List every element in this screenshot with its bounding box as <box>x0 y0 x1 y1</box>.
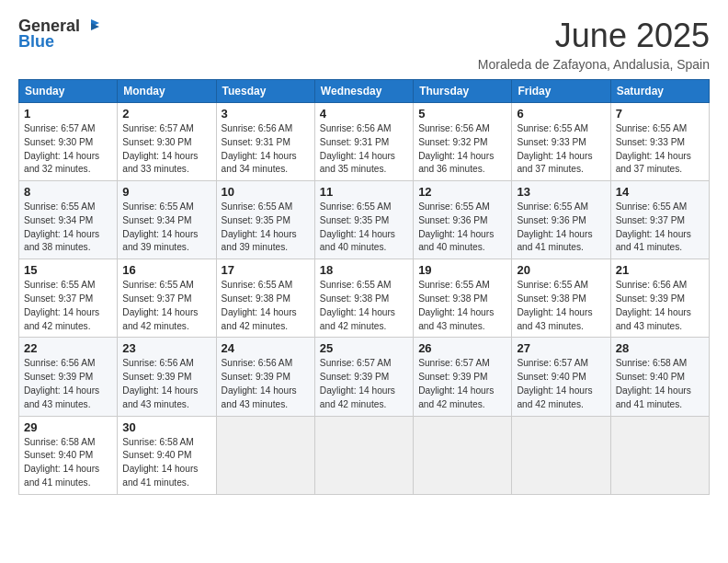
day-number: 7 <box>616 107 704 121</box>
table-row: 5Sunrise: 6:56 AM Sunset: 9:32 PM Daylig… <box>414 103 512 181</box>
day-number: 28 <box>616 341 704 355</box>
col-wednesday: Wednesday <box>314 80 413 103</box>
day-info: Sunrise: 6:56 AM Sunset: 9:39 PM Dayligh… <box>24 357 112 411</box>
day-info: Sunrise: 6:55 AM Sunset: 9:38 PM Dayligh… <box>320 279 408 333</box>
table-row: 26Sunrise: 6:57 AM Sunset: 9:39 PM Dayli… <box>414 338 512 416</box>
day-number: 27 <box>517 341 605 355</box>
day-info: Sunrise: 6:55 AM Sunset: 9:35 PM Dayligh… <box>320 201 408 255</box>
table-row: 9Sunrise: 6:55 AM Sunset: 9:34 PM Daylig… <box>118 181 216 259</box>
col-sunday: Sunday <box>19 80 118 103</box>
day-info: Sunrise: 6:55 AM Sunset: 9:34 PM Dayligh… <box>24 201 112 255</box>
table-row: 25Sunrise: 6:57 AM Sunset: 9:39 PM Dayli… <box>314 338 413 416</box>
day-number: 4 <box>320 107 408 121</box>
day-info: Sunrise: 6:55 AM Sunset: 9:33 PM Dayligh… <box>517 122 605 177</box>
day-number: 22 <box>24 341 112 355</box>
day-number: 29 <box>24 420 112 434</box>
table-row: 18Sunrise: 6:55 AM Sunset: 9:38 PM Dayli… <box>314 259 413 338</box>
day-number: 3 <box>222 107 310 121</box>
calendar-table: Sunday Monday Tuesday Wednesday Thursday… <box>18 79 710 495</box>
table-row <box>610 416 709 494</box>
calendar-subtitle: Moraleda de Zafayona, Andalusia, Spain <box>478 57 710 72</box>
logo-blue: Blue <box>18 32 54 52</box>
day-info: Sunrise: 6:56 AM Sunset: 9:39 PM Dayligh… <box>122 357 210 411</box>
calendar-row-2: 15Sunrise: 6:55 AM Sunset: 9:37 PM Dayli… <box>19 259 710 338</box>
day-info: Sunrise: 6:55 AM Sunset: 9:38 PM Dayligh… <box>222 279 310 333</box>
logo: General Blue <box>18 17 99 52</box>
day-number: 11 <box>320 185 408 199</box>
page: General Blue June 2025 Moraleda de Zafay… <box>0 0 728 563</box>
day-info: Sunrise: 6:56 AM Sunset: 9:39 PM Dayligh… <box>222 357 310 411</box>
day-info: Sunrise: 6:57 AM Sunset: 9:39 PM Dayligh… <box>418 357 506 411</box>
col-tuesday: Tuesday <box>216 80 314 103</box>
day-number: 8 <box>24 185 112 199</box>
day-info: Sunrise: 6:55 AM Sunset: 9:34 PM Dayligh… <box>122 201 210 255</box>
table-row: 6Sunrise: 6:55 AM Sunset: 9:33 PM Daylig… <box>512 103 610 181</box>
table-row: 1Sunrise: 6:57 AM Sunset: 9:30 PM Daylig… <box>19 103 118 181</box>
day-info: Sunrise: 6:56 AM Sunset: 9:32 PM Dayligh… <box>418 122 506 177</box>
table-row: 19Sunrise: 6:55 AM Sunset: 9:38 PM Dayli… <box>414 259 512 338</box>
day-info: Sunrise: 6:57 AM Sunset: 9:40 PM Dayligh… <box>517 357 605 411</box>
day-info: Sunrise: 6:55 AM Sunset: 9:37 PM Dayligh… <box>616 201 704 255</box>
header: General Blue June 2025 Moraleda de Zafay… <box>18 17 710 72</box>
calendar-title: June 2025 <box>478 17 710 55</box>
day-number: 9 <box>122 185 210 199</box>
day-info: Sunrise: 6:55 AM Sunset: 9:33 PM Dayligh… <box>616 122 704 177</box>
logo-flag-icon <box>83 17 99 34</box>
day-number: 10 <box>222 185 310 199</box>
day-info: Sunrise: 6:55 AM Sunset: 9:37 PM Dayligh… <box>122 279 210 333</box>
table-row: 8Sunrise: 6:55 AM Sunset: 9:34 PM Daylig… <box>19 181 118 259</box>
day-number: 20 <box>517 263 605 277</box>
day-number: 30 <box>122 420 210 434</box>
table-row: 12Sunrise: 6:55 AM Sunset: 9:36 PM Dayli… <box>414 181 512 259</box>
day-number: 23 <box>122 341 210 355</box>
title-block: June 2025 Moraleda de Zafayona, Andalusi… <box>478 17 710 72</box>
day-info: Sunrise: 6:58 AM Sunset: 9:40 PM Dayligh… <box>122 436 210 490</box>
table-row: 10Sunrise: 6:55 AM Sunset: 9:35 PM Dayli… <box>216 181 314 259</box>
table-row: 3Sunrise: 6:56 AM Sunset: 9:31 PM Daylig… <box>216 103 314 181</box>
col-monday: Monday <box>118 80 216 103</box>
header-row: Sunday Monday Tuesday Wednesday Thursday… <box>19 80 710 103</box>
day-number: 16 <box>122 263 210 277</box>
table-row: 30Sunrise: 6:58 AM Sunset: 9:40 PM Dayli… <box>118 416 216 494</box>
day-info: Sunrise: 6:55 AM Sunset: 9:35 PM Dayligh… <box>222 201 310 255</box>
table-row: 11Sunrise: 6:55 AM Sunset: 9:35 PM Dayli… <box>314 181 413 259</box>
day-number: 19 <box>418 263 506 277</box>
calendar-row-0: 1Sunrise: 6:57 AM Sunset: 9:30 PM Daylig… <box>19 103 710 181</box>
table-row: 14Sunrise: 6:55 AM Sunset: 9:37 PM Dayli… <box>610 181 709 259</box>
table-row: 27Sunrise: 6:57 AM Sunset: 9:40 PM Dayli… <box>512 338 610 416</box>
day-info: Sunrise: 6:56 AM Sunset: 9:39 PM Dayligh… <box>616 279 704 333</box>
col-friday: Friday <box>512 80 610 103</box>
table-row: 22Sunrise: 6:56 AM Sunset: 9:39 PM Dayli… <box>19 338 118 416</box>
day-info: Sunrise: 6:57 AM Sunset: 9:39 PM Dayligh… <box>320 357 408 411</box>
col-thursday: Thursday <box>414 80 512 103</box>
table-row: 17Sunrise: 6:55 AM Sunset: 9:38 PM Dayli… <box>216 259 314 338</box>
day-info: Sunrise: 6:55 AM Sunset: 9:38 PM Dayligh… <box>418 279 506 333</box>
day-info: Sunrise: 6:57 AM Sunset: 9:30 PM Dayligh… <box>24 122 112 177</box>
table-row: 13Sunrise: 6:55 AM Sunset: 9:36 PM Dayli… <box>512 181 610 259</box>
table-row: 4Sunrise: 6:56 AM Sunset: 9:31 PM Daylig… <box>314 103 413 181</box>
day-number: 6 <box>517 107 605 121</box>
table-row <box>512 416 610 494</box>
day-number: 24 <box>222 341 310 355</box>
calendar-row-4: 29Sunrise: 6:58 AM Sunset: 9:40 PM Dayli… <box>19 416 710 494</box>
day-number: 14 <box>616 185 704 199</box>
day-number: 15 <box>24 263 112 277</box>
table-row: 7Sunrise: 6:55 AM Sunset: 9:33 PM Daylig… <box>610 103 709 181</box>
table-row <box>414 416 512 494</box>
day-info: Sunrise: 6:55 AM Sunset: 9:38 PM Dayligh… <box>517 279 605 333</box>
day-info: Sunrise: 6:56 AM Sunset: 9:31 PM Dayligh… <box>222 122 310 177</box>
day-info: Sunrise: 6:58 AM Sunset: 9:40 PM Dayligh… <box>24 436 112 490</box>
table-row: 21Sunrise: 6:56 AM Sunset: 9:39 PM Dayli… <box>610 259 709 338</box>
day-number: 12 <box>418 185 506 199</box>
day-number: 18 <box>320 263 408 277</box>
day-number: 5 <box>418 107 506 121</box>
day-info: Sunrise: 6:56 AM Sunset: 9:31 PM Dayligh… <box>320 122 408 177</box>
day-number: 2 <box>122 107 210 121</box>
day-info: Sunrise: 6:55 AM Sunset: 9:36 PM Dayligh… <box>418 201 506 255</box>
day-number: 21 <box>616 263 704 277</box>
day-info: Sunrise: 6:58 AM Sunset: 9:40 PM Dayligh… <box>616 357 704 411</box>
day-number: 1 <box>24 107 112 121</box>
day-info: Sunrise: 6:55 AM Sunset: 9:36 PM Dayligh… <box>517 201 605 255</box>
calendar-row-3: 22Sunrise: 6:56 AM Sunset: 9:39 PM Dayli… <box>19 338 710 416</box>
table-row: 15Sunrise: 6:55 AM Sunset: 9:37 PM Dayli… <box>19 259 118 338</box>
